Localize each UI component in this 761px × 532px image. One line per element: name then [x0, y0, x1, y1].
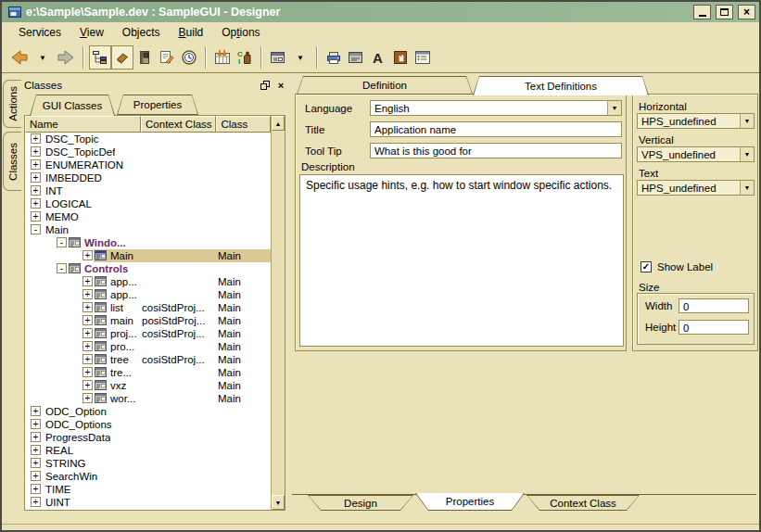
expand-icon[interactable]: + — [31, 133, 41, 144]
tree-row-dsc-topic[interactable]: +DSC_Topic — [25, 133, 271, 146]
table-import-button[interactable] — [211, 45, 234, 70]
hierarchy-button[interactable] — [89, 45, 111, 70]
expand-icon[interactable]: + — [82, 380, 93, 390]
expand-icon[interactable]: + — [82, 276, 93, 286]
form-properties-button[interactable] — [345, 45, 367, 70]
tree-row-controls[interactable]: -Controls — [25, 262, 271, 275]
tree-row-proj-[interactable]: +proj...cosiStdProj...Main — [25, 327, 271, 340]
titlebar[interactable]: e:\Sample\Sample.dev : SampleGUI - Desig… — [2, 2, 759, 22]
sidebar-tab-actions[interactable]: Actions — [3, 80, 21, 128]
tree-row-app-[interactable]: +app...Main — [25, 288, 271, 301]
expand-icon[interactable]: + — [31, 432, 41, 442]
column-header-context-class[interactable]: Context Class — [141, 116, 216, 133]
expand-icon[interactable]: + — [31, 419, 41, 429]
height-input[interactable]: 0 — [679, 320, 749, 335]
scroll-down-button[interactable]: ▼ — [272, 495, 285, 510]
tree-row-odc-options[interactable]: +ODC_Options — [25, 418, 271, 431]
bottom-tab-properties[interactable]: Properties — [415, 493, 525, 511]
edit-note-button[interactable] — [156, 45, 178, 70]
expand-icon[interactable]: + — [82, 328, 93, 338]
font-button[interactable]: A — [367, 45, 389, 70]
expand-icon[interactable]: + — [31, 185, 41, 196]
tree-row-searchwin[interactable]: +SearchWin — [25, 470, 271, 483]
column-header-class[interactable]: Class — [216, 116, 271, 133]
tree-scrollbar[interactable]: ▲ ▼ — [271, 116, 285, 510]
tree-row-wor-[interactable]: +wor...Main — [25, 392, 271, 405]
form-list-button[interactable] — [412, 45, 434, 70]
menu-services[interactable]: Services — [9, 24, 70, 41]
forward-arrow-button[interactable] — [54, 45, 78, 70]
menu-build[interactable]: Build — [170, 24, 213, 41]
language-dropdown-icon[interactable]: ▼ — [607, 101, 621, 115]
tree-row-main[interactable]: +mainposiStdProj...Main — [25, 314, 271, 327]
expand-icon[interactable]: + — [82, 341, 93, 351]
tree-row-tree[interactable]: +treecosiStdProj...Main — [25, 353, 271, 366]
title-input[interactable]: Application name — [370, 121, 622, 137]
expand-icon[interactable]: + — [31, 406, 41, 416]
tooltip-input[interactable]: What is this good for — [370, 143, 622, 158]
column-header-name[interactable]: Name — [25, 116, 141, 133]
text-select[interactable]: HPS_undefined ▼ — [637, 180, 755, 196]
expand-icon[interactable]: + — [82, 289, 93, 299]
expand-icon[interactable]: + — [31, 146, 41, 157]
expand-icon[interactable]: + — [82, 250, 93, 260]
book-button[interactable] — [133, 45, 156, 70]
minimize-button[interactable] — [693, 5, 711, 19]
expand-icon[interactable]: + — [31, 159, 41, 170]
collapse-icon[interactable]: - — [57, 263, 67, 273]
tree-row-vxz[interactable]: +vxzMain — [25, 379, 271, 392]
tree-row-memo[interactable]: +MEMO — [25, 210, 271, 223]
horizontal-dropdown-icon[interactable]: ▼ — [740, 114, 754, 128]
printer-button[interactable] — [323, 45, 345, 70]
expand-icon[interactable]: + — [82, 367, 93, 377]
tree-row-pro-[interactable]: +pro...Main — [25, 340, 271, 353]
tree-row-real[interactable]: +REAL — [25, 444, 271, 457]
bottom-tab-context-class[interactable]: Context Class — [526, 495, 640, 511]
expand-icon[interactable]: + — [31, 458, 41, 468]
form-window-button[interactable] — [267, 45, 289, 70]
tab-definition[interactable]: Definition — [297, 76, 473, 95]
menu-view[interactable]: View — [70, 24, 113, 41]
scroll-up-button[interactable]: ▲ — [272, 116, 285, 131]
expand-icon[interactable]: + — [82, 302, 93, 312]
class-interface-button[interactable]: CI — [234, 45, 256, 70]
tree-row-main[interactable]: -Main — [25, 223, 271, 236]
language-select[interactable]: English ▼ — [370, 100, 622, 116]
show-label-checkbox[interactable]: ✓ — [641, 261, 652, 272]
float-panel-icon[interactable] — [259, 79, 272, 91]
vertical-select[interactable]: VPS_undefined ▼ — [637, 146, 755, 162]
expand-icon[interactable]: + — [82, 315, 93, 325]
form-hand-button[interactable] — [389, 45, 412, 70]
expand-icon[interactable]: + — [31, 497, 41, 507]
back-arrow-button[interactable] — [7, 45, 32, 70]
expand-icon[interactable]: + — [31, 211, 41, 222]
menu-objects[interactable]: Objects — [113, 24, 170, 41]
dropdown-arrow-button[interactable]: ▼ — [289, 45, 311, 70]
expand-icon[interactable]: + — [31, 471, 41, 481]
tree-row-app-[interactable]: +app...Main — [25, 275, 271, 288]
tree-row-uint[interactable]: +UINT — [25, 496, 271, 509]
expand-icon[interactable]: + — [31, 445, 41, 455]
collapse-icon[interactable]: - — [31, 224, 41, 234]
maximize-button[interactable] — [716, 5, 733, 19]
history-dropdown-button[interactable]: ▼ — [32, 45, 54, 70]
collapse-icon[interactable]: - — [57, 237, 67, 247]
tree-row-main[interactable]: +MainMain — [25, 249, 271, 262]
tree-row-tre-[interactable]: +tre...Main — [25, 366, 271, 379]
expand-icon[interactable]: + — [31, 198, 41, 209]
tab-properties-left[interactable]: Properties — [117, 95, 198, 115]
horizontal-select[interactable]: HPS_undefined ▼ — [637, 113, 755, 129]
tree-row-list[interactable]: +listcosiStdProj...Main — [25, 301, 271, 314]
close-panel-icon[interactable]: × — [274, 79, 287, 91]
expand-icon[interactable]: + — [82, 354, 93, 364]
expand-icon[interactable]: + — [31, 484, 41, 494]
sidebar-tab-classes[interactable]: Classes — [3, 132, 21, 191]
tree-row-enumeration[interactable]: +ENUMERATION — [25, 158, 271, 171]
tree-row-odc-option[interactable]: +ODC_Option — [25, 405, 271, 418]
tree-row-imbedded[interactable]: +IMBEDDED — [25, 171, 271, 184]
tree-row-logical[interactable]: +LOGICAL — [25, 197, 271, 210]
vertical-dropdown-icon[interactable]: ▼ — [740, 147, 754, 161]
width-input[interactable]: 0 — [679, 298, 749, 313]
text-dropdown-icon[interactable]: ▼ — [740, 181, 754, 195]
tree-row-string[interactable]: +STRING — [25, 457, 271, 470]
